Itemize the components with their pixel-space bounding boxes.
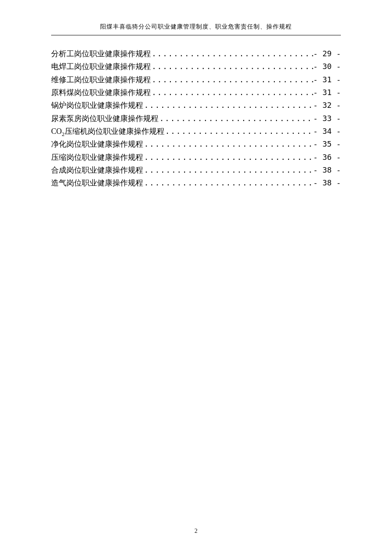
toc-leader-dots <box>143 99 313 111</box>
header-title: 阳煤丰喜临猗分公司职业健康管理制度、职业危害责任制、操作规程 <box>100 23 292 30</box>
toc-page: - 36 - <box>313 151 341 163</box>
toc-title: 锅炉岗位职业健康操作规程 <box>51 99 143 112</box>
toc-page: - 30 - <box>313 60 341 72</box>
toc-title: 合成岗位职业健康操作规程 <box>51 164 143 176</box>
toc-title-suffix: 压缩机岗位职业健康操作规程 <box>65 127 164 136</box>
toc-title: 尿素泵房岗位职业健康操作规程 <box>51 113 159 125</box>
toc-entry: 净化岗位职业健康操作规程 - 35 - <box>51 138 341 150</box>
toc-entry: 锅炉岗位职业健康操作规程 - 32 - <box>51 99 341 112</box>
toc-title-prefix: CO <box>51 127 62 136</box>
toc-leader-dots <box>151 60 313 72</box>
toc-leader-dots <box>143 176 313 189</box>
toc-leader-dots <box>151 73 313 86</box>
toc-page: - 32 - <box>313 99 341 111</box>
toc-title: CO2压缩机岗位职业健康操作规程 <box>51 125 164 138</box>
toc-entry: 原料煤岗位职业健康操作规程 - 31 - <box>51 86 341 99</box>
toc-leader-dots <box>143 164 313 176</box>
toc-page: - 33 - <box>313 112 341 124</box>
toc-entry: 分析工岗位职业健康操作规程 - 29 - <box>51 47 341 60</box>
toc-page: - 34 - <box>313 125 341 137</box>
toc-page: - 31 - <box>313 86 341 98</box>
toc-title: 维修工岗位职业健康操作规程 <box>51 74 151 86</box>
toc-entry: CO2压缩机岗位职业健康操作规程 - 34 - <box>51 125 341 138</box>
page-header: 阳煤丰喜临猗分公司职业健康管理制度、职业危害责任制、操作规程 <box>51 23 341 33</box>
toc-entry: 合成岗位职业健康操作规程 - 38 - <box>51 164 341 176</box>
toc-title: 分析工岗位职业健康操作规程 <box>51 48 151 60</box>
toc-leader-dots <box>143 151 313 163</box>
toc-page: - 38 - <box>313 164 341 176</box>
toc-page: - 31 - <box>313 73 341 86</box>
toc-page: - 38 - <box>313 176 341 189</box>
toc-entry: 造气岗位职业健康操作规程 - 38 - <box>51 176 341 189</box>
toc-leader-dots <box>143 138 313 150</box>
toc-title: 原料煤岗位职业健康操作规程 <box>51 87 151 99</box>
toc-leader-dots <box>151 47 313 60</box>
toc-entry: 压缩岗位职业健康操作规程 - 36 - <box>51 151 341 164</box>
toc-title: 压缩岗位职业健康操作规程 <box>51 151 143 164</box>
table-of-contents: 分析工岗位职业健康操作规程 - 29 - 电焊工岗位职业健康操作规程 - 30 … <box>51 47 341 190</box>
toc-title: 净化岗位职业健康操作规程 <box>51 138 143 150</box>
document-page: 阳煤丰喜临猗分公司职业健康管理制度、职业危害责任制、操作规程 分析工岗位职业健康… <box>0 0 392 555</box>
toc-leader-dots <box>159 112 313 124</box>
page-number: 2 <box>0 528 392 535</box>
header-rule <box>51 35 341 35</box>
toc-entry: 电焊工岗位职业健康操作规程 - 30 - <box>51 60 341 73</box>
toc-entry: 维修工岗位职业健康操作规程 - 31 - <box>51 73 341 86</box>
toc-leader-dots <box>151 86 313 98</box>
toc-title: 电焊工岗位职业健康操作规程 <box>51 61 151 73</box>
toc-entry: 尿素泵房岗位职业健康操作规程 - 33 - <box>51 112 341 125</box>
toc-page: - 29 - <box>313 47 341 60</box>
toc-page: - 35 - <box>313 138 341 150</box>
toc-title: 造气岗位职业健康操作规程 <box>51 177 143 189</box>
toc-leader-dots <box>164 125 313 137</box>
